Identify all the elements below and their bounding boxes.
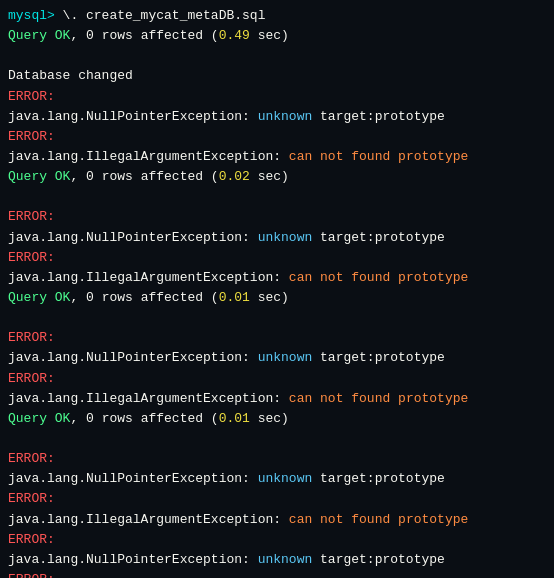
terminal-line: ERROR: [8, 570, 546, 578]
terminal-line: ERROR: [8, 489, 546, 509]
line-part: Query [8, 411, 55, 426]
empty-line [8, 187, 546, 207]
terminal-line: java.lang.NullPointerException: unknown … [8, 228, 546, 248]
line-part: OK [55, 411, 71, 426]
line-part: , 0 rows affected ( [70, 290, 218, 305]
line-part: ERROR: [8, 451, 55, 466]
line-part: ERROR: [8, 129, 55, 144]
line-part: ERROR: [8, 371, 55, 386]
line-part: target:prototype [312, 471, 445, 486]
line-part: java.lang.NullPointerException: [8, 350, 258, 365]
line-part: sec) [250, 169, 289, 184]
empty-line [8, 46, 546, 66]
terminal-line: ERROR: [8, 369, 546, 389]
line-part: , 0 rows affected ( [70, 169, 218, 184]
line-part: 0.01 [219, 290, 250, 305]
line-part: java.lang.NullPointerException: [8, 471, 258, 486]
terminal-line: ERROR: [8, 207, 546, 227]
terminal-line: java.lang.IllegalArgumentException: can … [8, 389, 546, 409]
terminal-line: java.lang.NullPointerException: unknown … [8, 107, 546, 127]
terminal-line: ERROR: [8, 127, 546, 147]
empty-line [8, 308, 546, 328]
line-part: target:prototype [312, 109, 445, 124]
terminal-line: java.lang.NullPointerException: unknown … [8, 469, 546, 489]
line-part: \. create_mycat_metaDB.sql [63, 8, 266, 23]
terminal-line: Query OK, 0 rows affected (0.02 sec) [8, 167, 546, 187]
terminal-line: java.lang.IllegalArgumentException: can … [8, 147, 546, 167]
terminal-line: java.lang.IllegalArgumentException: can … [8, 510, 546, 530]
terminal-line: Query OK, 0 rows affected (0.01 sec) [8, 409, 546, 429]
line-part: java.lang.NullPointerException: [8, 552, 258, 567]
line-part: sec) [250, 411, 289, 426]
line-part: OK [55, 290, 71, 305]
line-part: mysql> [8, 8, 63, 23]
line-part: ERROR: [8, 330, 55, 345]
line-part: OK [55, 169, 71, 184]
line-part: java.lang.IllegalArgumentException: [8, 149, 289, 164]
line-part: 0.01 [219, 411, 250, 426]
terminal-line: java.lang.NullPointerException: unknown … [8, 348, 546, 368]
empty-line [8, 429, 546, 449]
terminal-line: ERROR: [8, 248, 546, 268]
terminal-line: java.lang.IllegalArgumentException: can … [8, 268, 546, 288]
terminal-line: Query OK, 0 rows affected (0.01 sec) [8, 288, 546, 308]
line-part: java.lang.NullPointerException: [8, 230, 258, 245]
line-part: 0.49 [219, 28, 250, 43]
line-part: sec) [250, 28, 289, 43]
terminal: mysql> \. create_mycat_metaDB.sqlQuery O… [0, 0, 554, 578]
line-part: OK [55, 28, 71, 43]
line-part: ERROR: [8, 209, 55, 224]
line-part: unknown [258, 471, 313, 486]
line-part: sec) [250, 290, 289, 305]
line-part: Query [8, 290, 55, 305]
line-part: ERROR: [8, 250, 55, 265]
line-part: 0.02 [219, 169, 250, 184]
line-part: java.lang.IllegalArgumentException: [8, 512, 289, 527]
line-part: unknown [258, 350, 313, 365]
line-part: can not found prototype [289, 391, 468, 406]
line-part: can not found prototype [289, 270, 468, 285]
terminal-line: ERROR: [8, 530, 546, 550]
line-part: can not found prototype [289, 512, 468, 527]
line-part: target:prototype [312, 552, 445, 567]
line-part: Query [8, 169, 55, 184]
line-part: can not found prototype [289, 149, 468, 164]
line-part: ERROR: [8, 491, 55, 506]
line-part: Query [8, 28, 55, 43]
line-part: , 0 rows affected ( [70, 411, 218, 426]
terminal-line: ERROR: [8, 87, 546, 107]
line-part: , 0 rows affected ( [70, 28, 218, 43]
terminal-line: java.lang.NullPointerException: unknown … [8, 550, 546, 570]
line-part: ERROR: [8, 572, 55, 578]
line-part: target:prototype [312, 230, 445, 245]
terminal-line: ERROR: [8, 328, 546, 348]
line-part: java.lang.IllegalArgumentException: [8, 270, 289, 285]
line-part: unknown [258, 230, 313, 245]
line-part: ERROR: [8, 89, 55, 104]
terminal-line: Query OK, 0 rows affected (0.49 sec) [8, 26, 546, 46]
line-part: Database changed [8, 68, 133, 83]
line-part: target:prototype [312, 350, 445, 365]
line-part: unknown [258, 109, 313, 124]
line-part: java.lang.IllegalArgumentException: [8, 391, 289, 406]
line-part: ERROR: [8, 532, 55, 547]
terminal-line: mysql> \. create_mycat_metaDB.sql [8, 6, 546, 26]
terminal-line: Database changed [8, 66, 546, 86]
line-part: unknown [258, 552, 313, 567]
line-part: java.lang.NullPointerException: [8, 109, 258, 124]
terminal-line: ERROR: [8, 449, 546, 469]
